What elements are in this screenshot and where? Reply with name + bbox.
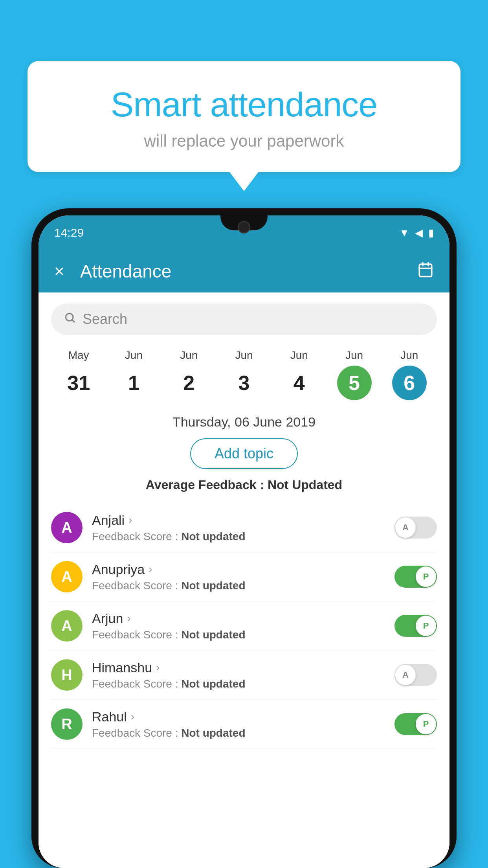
avg-feedback-label: Average Feedback : [146,478,268,492]
date-number[interactable]: 2 [172,366,206,400]
feedback-value: Not updated [181,530,245,542]
date-scroll: May31Jun1Jun2Jun3Jun4Jun5Jun6 [51,346,437,403]
feedback-value: Not updated [181,678,245,690]
phone-screen: 14:29 ▼ ◀ ▮ × Attendance [39,215,449,868]
attendance-toggle[interactable]: A [394,517,437,539]
date-item[interactable]: Jun2 [161,349,216,400]
search-input[interactable]: Search [83,311,127,327]
student-name: Arjun› [92,611,394,626]
add-topic-button[interactable]: Add topic [190,438,298,469]
signal-icon: ◀ [415,227,423,239]
toggle-knob: A [395,517,416,538]
date-item[interactable]: Jun4 [272,349,327,400]
student-info: Anjali›Feedback Score : Not updated [92,513,394,543]
student-avatar: H [51,659,83,691]
chevron-right-icon: › [128,514,132,526]
date-month: Jun [400,349,418,362]
chevron-right-icon: › [149,563,152,576]
content-area: Search May31Jun1Jun2Jun3Jun4Jun5Jun6 Thu… [39,292,449,868]
camera-notch [238,221,250,234]
toggle-knob: P [416,616,436,636]
student-info: Anupriya›Feedback Score : Not updated [92,562,394,592]
bubble-title: Smart attendance [51,85,437,125]
date-item[interactable]: Jun3 [216,349,272,400]
feedback-value: Not updated [181,727,245,739]
chevron-right-icon: › [131,710,134,723]
date-number[interactable]: 6 [392,366,427,400]
feedback-score: Feedback Score : Not updated [92,579,394,592]
avg-feedback-value: Not Updated [268,478,342,492]
student-name-text: Rahul [92,709,127,725]
search-bar[interactable]: Search [51,303,437,335]
feedback-score: Feedback Score : Not updated [92,629,394,641]
chevron-right-icon: › [127,612,130,625]
battery-icon: ▮ [428,227,434,239]
feedback-value: Not updated [181,579,245,592]
attendance-toggle[interactable]: P [394,566,437,588]
student-name-text: Anupriya [92,562,145,577]
student-avatar: R [51,708,83,740]
student-name-text: Anjali [92,513,125,528]
date-number[interactable]: 3 [227,366,261,400]
attendance-toggle[interactable]: A [394,664,437,686]
student-item[interactable]: HHimanshu›Feedback Score : Not updatedA [51,651,437,700]
student-name-text: Arjun [92,611,123,626]
search-icon [64,311,76,327]
feedback-score: Feedback Score : Not updated [92,727,394,739]
phone-frame: 14:29 ▼ ◀ ▮ × Attendance [31,208,457,868]
date-month: Jun [290,349,308,362]
chevron-right-icon: › [156,661,160,674]
student-name: Himanshu› [92,660,394,675]
student-name: Anjali› [92,513,394,528]
status-time: 14:29 [54,226,84,239]
student-name-text: Himanshu [92,660,152,675]
student-item[interactable]: RRahul›Feedback Score : Not updatedP [51,700,437,749]
date-month: Jun [180,349,198,362]
student-list: AAnjali›Feedback Score : Not updatedAAAn… [51,503,437,749]
feedback-value: Not updated [181,629,245,641]
date-item[interactable]: Jun1 [106,349,161,400]
student-item[interactable]: AAnjali›Feedback Score : Not updatedA [51,503,437,552]
student-item[interactable]: AArjun›Feedback Score : Not updatedP [51,601,437,651]
bubble-subtitle: will replace your paperwork [51,132,437,151]
student-info: Himanshu›Feedback Score : Not updated [92,660,394,690]
date-item[interactable]: May31 [51,349,106,400]
date-month: Jun [235,349,253,362]
toggle-knob: P [416,566,436,587]
feedback-score: Feedback Score : Not updated [92,678,394,690]
avg-feedback: Average Feedback : Not Updated [51,478,437,492]
close-button[interactable]: × [54,263,64,280]
student-name: Anupriya› [92,562,394,577]
date-number[interactable]: 1 [116,366,151,400]
date-number[interactable]: 4 [282,366,316,400]
student-avatar: A [51,610,83,642]
attendance-toggle[interactable]: P [394,713,437,735]
wifi-icon: ▼ [399,227,409,239]
student-info: Arjun›Feedback Score : Not updated [92,611,394,641]
svg-point-4 [66,313,73,321]
svg-line-5 [72,320,75,322]
attendance-toggle[interactable]: P [394,615,437,637]
svg-rect-0 [419,264,432,277]
calendar-button[interactable] [417,261,434,281]
date-month: Jun [125,349,143,362]
selected-date: Thursday, 06 June 2019 [51,414,437,430]
toggle-knob: P [416,714,436,734]
student-avatar: A [51,512,83,543]
date-month: May [68,349,89,362]
student-info: Rahul›Feedback Score : Not updated [92,709,394,739]
status-icons: ▼ ◀ ▮ [399,227,434,239]
student-avatar: A [51,561,83,592]
feedback-score: Feedback Score : Not updated [92,530,394,543]
speech-bubble: Smart attendance will replace your paper… [28,61,460,172]
date-number[interactable]: 31 [61,366,96,400]
app-bar: × Attendance [39,250,449,292]
student-name: Rahul› [92,709,394,725]
date-month: Jun [345,349,363,362]
date-number[interactable]: 5 [337,366,372,400]
toggle-knob: A [395,665,416,685]
date-item[interactable]: Jun6 [382,349,437,400]
student-item[interactable]: AAnupriya›Feedback Score : Not updatedP [51,552,437,601]
date-item[interactable]: Jun5 [327,349,382,400]
app-title: Attendance [80,261,417,282]
